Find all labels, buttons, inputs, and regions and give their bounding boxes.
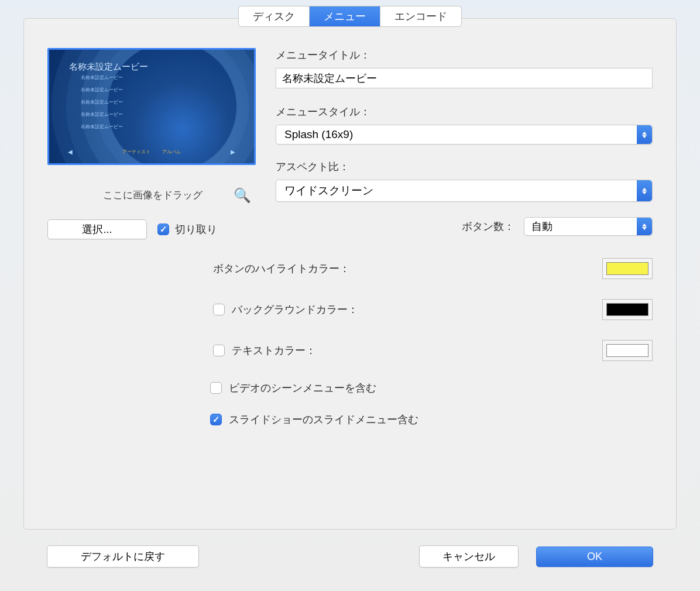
highlight-color-swatch (606, 262, 648, 275)
aspect-ratio-label: アスペクト比： (276, 160, 653, 174)
dropdown-arrows-icon (637, 180, 652, 201)
highlight-color-well[interactable] (602, 258, 653, 279)
background-color-swatch (606, 303, 648, 316)
preview-title: 名称未設定ムービー (69, 61, 148, 73)
menu-style-value: Splash (16x9) (276, 125, 637, 144)
aspect-ratio-select[interactable]: ワイドスクリーン (276, 180, 653, 202)
aspect-ratio-value: ワイドスクリーン (276, 180, 637, 201)
ok-button[interactable]: OK (536, 547, 653, 567)
cancel-button[interactable]: キャンセル (419, 545, 519, 568)
preview-item: 名称未設定ムービー (81, 123, 123, 130)
dialog-button-bar: デフォルトに戻す キャンセル OK (47, 545, 653, 568)
menu-title-input[interactable] (276, 68, 653, 88)
select-image-button[interactable]: 選択... (47, 219, 147, 239)
menu-preview-thumbnail[interactable]: 名称未設定ムービー 名称未設定ムービー 名称未設定ムービー 名称未設定ムービー … (47, 48, 256, 165)
text-color-checkbox[interactable] (213, 345, 225, 356)
drag-image-hint: ここに画像をドラッグ (103, 188, 203, 202)
preview-item: 名称未設定ムービー (81, 99, 123, 105)
scene-menu-label: ビデオのシーンメニューを含む (229, 381, 376, 395)
background-color-checkbox[interactable] (213, 304, 225, 315)
slide-menu-label: スライドショーのスライドメニュー含む (229, 413, 418, 427)
menu-style-label: メニュースタイル： (276, 105, 653, 119)
dropdown-arrows-icon (637, 218, 652, 235)
settings-panel: 名称未設定ムービー 名称未設定ムービー 名称未設定ムービー 名称未設定ムービー … (23, 18, 677, 530)
button-count-value: 自動 (524, 218, 637, 235)
preview-item: 名称未設定ムービー (81, 111, 123, 118)
magnify-icon[interactable]: 🔍 (234, 187, 251, 204)
text-color-label: テキストカラー： (232, 343, 316, 358)
dropdown-arrows-icon (637, 125, 652, 144)
preview-nav-album: アルバム (162, 149, 181, 155)
preview-prev-arrow-icon: ◀ (68, 149, 73, 155)
preview-nav-artist: アーティスト (122, 149, 150, 155)
background-color-well[interactable] (602, 299, 653, 320)
tab-encode[interactable]: エンコード (380, 6, 461, 26)
scene-menu-checkbox[interactable] (210, 382, 222, 394)
preview-item-list: 名称未設定ムービー 名称未設定ムービー 名称未設定ムービー 名称未設定ムービー … (81, 74, 123, 136)
button-count-label: ボタン数： (462, 219, 514, 233)
button-count-select[interactable]: 自動 (524, 217, 653, 236)
tab-disc[interactable]: ディスク (239, 6, 310, 26)
highlight-color-label: ボタンのハイライトカラー： (213, 262, 350, 276)
background-color-label: バックグラウンドカラー： (232, 303, 358, 317)
preview-item: 名称未設定ムービー (81, 74, 123, 81)
preview-item: 名称未設定ムービー (81, 87, 123, 93)
crop-label: 切り取り (175, 222, 217, 236)
slide-menu-checkbox[interactable] (210, 414, 222, 425)
tab-bar: ディスク メニュー エンコード (239, 6, 461, 26)
crop-checkbox[interactable] (157, 224, 169, 235)
text-color-well[interactable] (602, 340, 653, 361)
tab-menu[interactable]: メニュー (310, 6, 380, 26)
menu-title-label: メニュータイトル： (276, 48, 653, 62)
restore-defaults-button[interactable]: デフォルトに戻す (47, 545, 199, 568)
menu-style-select[interactable]: Splash (16x9) (276, 125, 653, 145)
preview-next-arrow-icon: ▶ (231, 149, 235, 155)
text-color-swatch (606, 344, 648, 357)
